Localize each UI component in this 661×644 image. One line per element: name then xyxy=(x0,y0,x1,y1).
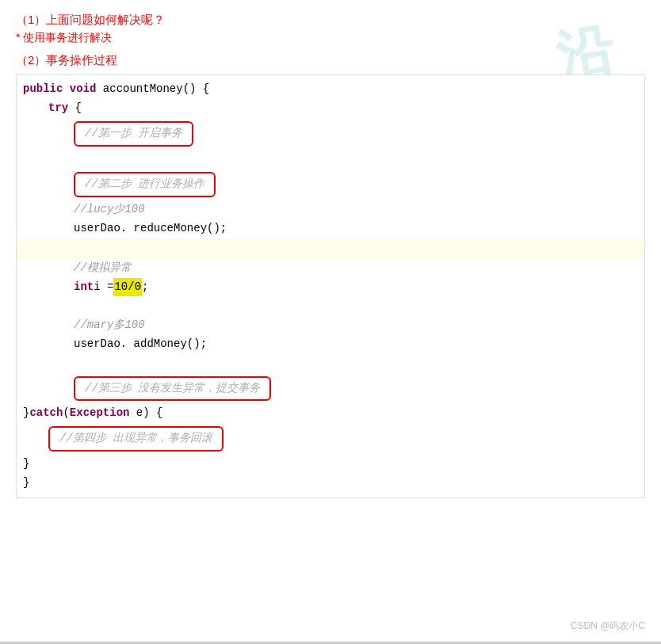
keyword-int: int xyxy=(74,278,94,297)
code-line-catch: } catch ( Exception e) { xyxy=(17,404,644,423)
int-rest: i = xyxy=(94,278,113,297)
code-line-method-sig: public void accountMoney() { xyxy=(17,80,644,99)
step2-comment-box: //第二步 进行业务操作 xyxy=(74,172,216,197)
method-name: accountMoney() { xyxy=(103,80,209,99)
keyword-try: try xyxy=(48,99,68,118)
mary-comment: //mary多100 xyxy=(74,316,145,335)
blank-line-3 xyxy=(17,354,644,373)
code-line-step4: //第四步 出现异常，事务回滚 xyxy=(17,426,644,452)
code-line-lucy-comment: //lucy少100 xyxy=(17,200,644,219)
keyword-exception: Exception xyxy=(70,404,130,423)
code-line-mary-comment: //mary多100 xyxy=(17,316,644,335)
add-call: userDao. addMoney(); xyxy=(74,335,207,354)
catch-var: e) { xyxy=(129,404,162,423)
code-line-int: int i = 10/0 ; xyxy=(17,278,644,297)
keyword-catch: catch xyxy=(29,404,63,423)
blank-line-1 xyxy=(17,150,644,169)
answer-1-line: * 使用事务进行解决 xyxy=(16,31,645,45)
step4-comment-box: //第四步 出现异常，事务回滚 xyxy=(48,426,224,452)
lucy-comment: //lucy少100 xyxy=(74,200,145,219)
question-1-header: （1）上面问题如何解决呢？ xyxy=(16,13,645,28)
reduce-call: userDao. reduceMoney(); xyxy=(74,219,227,238)
semicolon-after-int: ; xyxy=(142,278,148,297)
code-block: public void accountMoney() { try { //第一步… xyxy=(16,74,645,498)
csdn-tag: CSDN @码农小C xyxy=(571,619,645,633)
code-line-reduce: userDao. reduceMoney(); xyxy=(17,219,644,238)
step1-comment-box: //第一步 开启事务 xyxy=(74,121,193,147)
code-line-close-try: } xyxy=(17,455,644,474)
content: （1）上面问题如何解决呢？ * 使用事务进行解决 （2）事务操作过程 publi… xyxy=(16,13,645,498)
code-line-step2: //第二步 进行业务操作 xyxy=(17,172,644,197)
close-brace-catch: } xyxy=(23,404,29,423)
keyword-void: void xyxy=(70,80,97,99)
close-method-brace: } xyxy=(23,474,29,493)
blank-line-2 xyxy=(17,297,644,316)
section-2-header: （2）事务操作过程 xyxy=(16,53,645,68)
catch-paren-open: ( xyxy=(63,404,69,423)
keyword-public: public xyxy=(23,80,63,99)
highlighted-line xyxy=(17,238,644,259)
close-try-brace: } xyxy=(23,455,29,474)
division-highlight: 10/0 xyxy=(113,278,142,297)
try-brace: { xyxy=(68,99,82,118)
code-line-step3: //第三步 没有发生异常，提交事务 xyxy=(17,376,644,402)
code-line-simulate-comment: //模拟异常 xyxy=(17,259,644,278)
code-line-step1: //第一步 开启事务 xyxy=(17,121,644,147)
code-line-close-method: } xyxy=(17,474,644,493)
code-line-add: userDao. addMoney(); xyxy=(17,335,644,354)
code-line-try: try { xyxy=(17,99,644,118)
step3-comment-box: //第三步 没有发生异常，提交事务 xyxy=(74,376,271,402)
simulate-comment: //模拟异常 xyxy=(74,259,132,278)
page-container: 沿 （1）上面问题如何解决呢？ * 使用事务进行解决 （2）事务操作过程 pub… xyxy=(0,0,661,644)
